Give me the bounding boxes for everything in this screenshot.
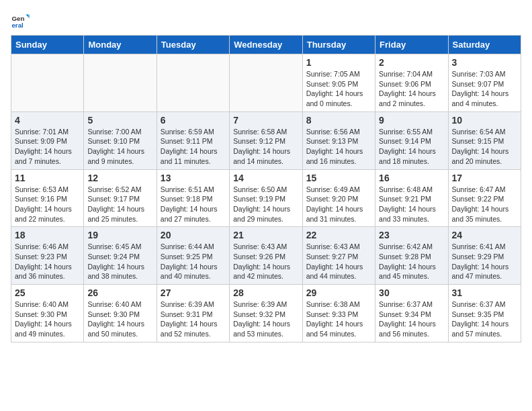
calendar-cell: 11Sunrise: 6:53 AMSunset: 9:16 PMDayligh… [11, 169, 84, 227]
day-number: 6 [161, 115, 226, 126]
day-number: 10 [452, 115, 517, 126]
calendar-cell [157, 54, 229, 112]
calendar-cell: 24Sunrise: 6:41 AMSunset: 9:29 PMDayligh… [448, 227, 521, 285]
calendar-cell [84, 54, 157, 112]
day-number: 7 [233, 115, 298, 126]
calendar-cell: 8Sunrise: 6:56 AMSunset: 9:13 PMDaylight… [302, 111, 375, 169]
calendar-cell: 9Sunrise: 6:55 AMSunset: 9:14 PMDaylight… [375, 111, 448, 169]
day-header-tuesday: Tuesday [157, 36, 229, 54]
calendar-table: SundayMondayTuesdayWednesdayThursdayFrid… [11, 35, 521, 342]
calendar-cell: 14Sunrise: 6:50 AMSunset: 9:19 PMDayligh… [230, 169, 302, 227]
cell-text: Sunrise: 7:03 AMSunset: 9:07 PMDaylight:… [452, 69, 517, 109]
calendar-cell: 30Sunrise: 6:37 AMSunset: 9:34 PMDayligh… [375, 285, 448, 342]
calendar-cell: 23Sunrise: 6:42 AMSunset: 9:28 PMDayligh… [375, 227, 448, 285]
cell-text: Sunrise: 6:58 AMSunset: 9:12 PMDaylight:… [233, 127, 298, 167]
calendar-cell: 17Sunrise: 6:47 AMSunset: 9:22 PMDayligh… [448, 169, 521, 227]
calendar-cell: 13Sunrise: 6:51 AMSunset: 9:18 PMDayligh… [157, 169, 229, 227]
cell-text: Sunrise: 7:05 AMSunset: 9:05 PMDaylight:… [306, 69, 371, 109]
day-number: 28 [233, 287, 298, 298]
header: Gen eral [11, 11, 521, 30]
calendar-cell: 22Sunrise: 6:43 AMSunset: 9:27 PMDayligh… [302, 227, 375, 285]
day-header-monday: Monday [84, 36, 157, 54]
day-number: 26 [87, 287, 152, 298]
calendar-cell: 7Sunrise: 6:58 AMSunset: 9:12 PMDaylight… [230, 111, 302, 169]
calendar-cell: 18Sunrise: 6:46 AMSunset: 9:23 PMDayligh… [11, 227, 84, 285]
calendar-cell: 2Sunrise: 7:04 AMSunset: 9:06 PMDaylight… [375, 54, 448, 112]
calendar-cell: 20Sunrise: 6:44 AMSunset: 9:25 PMDayligh… [157, 227, 229, 285]
logo-icon: Gen eral [11, 11, 30, 30]
days-header-row: SundayMondayTuesdayWednesdayThursdayFrid… [11, 36, 521, 54]
cell-text: Sunrise: 6:38 AMSunset: 9:33 PMDaylight:… [306, 300, 371, 339]
day-number: 30 [379, 287, 444, 298]
cell-text: Sunrise: 6:42 AMSunset: 9:28 PMDaylight:… [379, 242, 444, 281]
calendar-week-4: 18Sunrise: 6:46 AMSunset: 9:23 PMDayligh… [11, 227, 521, 285]
cell-text: Sunrise: 6:39 AMSunset: 9:32 PMDaylight:… [233, 300, 298, 339]
calendar-cell: 10Sunrise: 6:54 AMSunset: 9:15 PMDayligh… [448, 111, 521, 169]
day-number: 17 [452, 173, 517, 183]
cell-text: Sunrise: 6:41 AMSunset: 9:29 PMDaylight:… [452, 242, 517, 281]
svg-text:eral: eral [11, 21, 24, 29]
calendar-cell: 26Sunrise: 6:40 AMSunset: 9:30 PMDayligh… [84, 285, 157, 342]
day-number: 5 [87, 115, 152, 126]
cell-text: Sunrise: 6:43 AMSunset: 9:27 PMDaylight:… [306, 242, 371, 281]
calendar-cell: 1Sunrise: 7:05 AMSunset: 9:05 PMDaylight… [302, 54, 375, 112]
cell-text: Sunrise: 6:48 AMSunset: 9:21 PMDaylight:… [379, 185, 444, 224]
cell-text: Sunrise: 6:55 AMSunset: 9:14 PMDaylight:… [379, 127, 444, 167]
cell-text: Sunrise: 6:40 AMSunset: 9:30 PMDaylight:… [87, 300, 152, 339]
day-number: 13 [161, 173, 226, 183]
cell-text: Sunrise: 7:00 AMSunset: 9:10 PMDaylight:… [87, 127, 152, 167]
calendar-cell [230, 54, 302, 112]
day-number: 8 [306, 115, 371, 126]
calendar-week-5: 25Sunrise: 6:40 AMSunset: 9:30 PMDayligh… [11, 285, 521, 342]
cell-text: Sunrise: 7:01 AMSunset: 9:09 PMDaylight:… [15, 127, 80, 167]
day-number: 9 [379, 115, 444, 126]
day-number: 19 [87, 230, 152, 240]
day-number: 22 [306, 230, 371, 240]
calendar-cell: 16Sunrise: 6:48 AMSunset: 9:21 PMDayligh… [375, 169, 448, 227]
calendar-cell: 29Sunrise: 6:38 AMSunset: 9:33 PMDayligh… [302, 285, 375, 342]
calendar-cell: 6Sunrise: 6:59 AMSunset: 9:11 PMDaylight… [157, 111, 229, 169]
day-header-sunday: Sunday [11, 36, 84, 54]
cell-text: Sunrise: 6:37 AMSunset: 9:35 PMDaylight:… [452, 300, 517, 339]
calendar-cell: 19Sunrise: 6:45 AMSunset: 9:24 PMDayligh… [84, 227, 157, 285]
cell-text: Sunrise: 6:54 AMSunset: 9:15 PMDaylight:… [452, 127, 517, 167]
day-number: 21 [233, 230, 298, 240]
day-number: 20 [161, 230, 226, 240]
calendar-cell: 28Sunrise: 6:39 AMSunset: 9:32 PMDayligh… [230, 285, 302, 342]
calendar-cell: 15Sunrise: 6:49 AMSunset: 9:20 PMDayligh… [302, 169, 375, 227]
day-number: 14 [233, 173, 298, 183]
day-number: 11 [15, 173, 80, 183]
day-number: 23 [379, 230, 444, 240]
day-header-saturday: Saturday [448, 36, 521, 54]
calendar-body: 1Sunrise: 7:05 AMSunset: 9:05 PMDaylight… [11, 54, 521, 342]
day-number: 1 [306, 57, 371, 68]
cell-text: Sunrise: 6:46 AMSunset: 9:23 PMDaylight:… [15, 242, 80, 281]
calendar-week-3: 11Sunrise: 6:53 AMSunset: 9:16 PMDayligh… [11, 169, 521, 227]
calendar-cell: 3Sunrise: 7:03 AMSunset: 9:07 PMDaylight… [448, 54, 521, 112]
day-number: 15 [306, 173, 371, 183]
cell-text: Sunrise: 6:44 AMSunset: 9:25 PMDaylight:… [161, 242, 226, 281]
cell-text: Sunrise: 6:52 AMSunset: 9:17 PMDaylight:… [87, 185, 152, 224]
cell-text: Sunrise: 6:45 AMSunset: 9:24 PMDaylight:… [87, 242, 152, 281]
cell-text: Sunrise: 6:47 AMSunset: 9:22 PMDaylight:… [452, 185, 517, 224]
day-number: 24 [452, 230, 517, 240]
cell-text: Sunrise: 6:43 AMSunset: 9:26 PMDaylight:… [233, 242, 298, 281]
calendar-cell: 4Sunrise: 7:01 AMSunset: 9:09 PMDaylight… [11, 111, 84, 169]
cell-text: Sunrise: 6:39 AMSunset: 9:31 PMDaylight:… [161, 300, 226, 339]
calendar-cell: 31Sunrise: 6:37 AMSunset: 9:35 PMDayligh… [448, 285, 521, 342]
calendar-cell: 25Sunrise: 6:40 AMSunset: 9:30 PMDayligh… [11, 285, 84, 342]
calendar-cell: 12Sunrise: 6:52 AMSunset: 9:17 PMDayligh… [84, 169, 157, 227]
calendar-cell: 27Sunrise: 6:39 AMSunset: 9:31 PMDayligh… [157, 285, 229, 342]
cell-text: Sunrise: 6:40 AMSunset: 9:30 PMDaylight:… [15, 300, 80, 339]
cell-text: Sunrise: 6:56 AMSunset: 9:13 PMDaylight:… [306, 127, 371, 167]
cell-text: Sunrise: 6:53 AMSunset: 9:16 PMDaylight:… [15, 185, 80, 224]
day-header-wednesday: Wednesday [230, 36, 302, 54]
day-header-friday: Friday [375, 36, 448, 54]
cell-text: Sunrise: 6:37 AMSunset: 9:34 PMDaylight:… [379, 300, 444, 339]
day-number: 3 [452, 57, 517, 68]
calendar-week-2: 4Sunrise: 7:01 AMSunset: 9:09 PMDaylight… [11, 111, 521, 169]
day-number: 29 [306, 287, 371, 298]
day-number: 12 [87, 173, 152, 183]
day-number: 16 [379, 173, 444, 183]
day-number: 31 [452, 287, 517, 298]
